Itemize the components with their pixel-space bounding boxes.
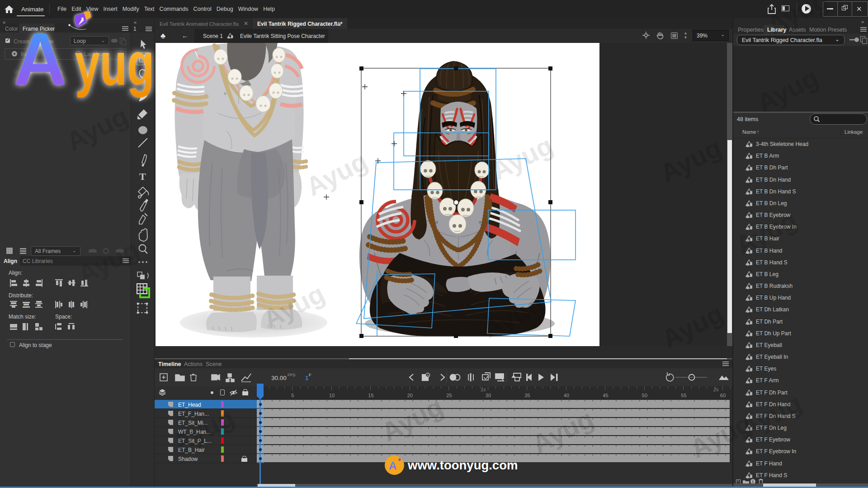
svg-text:A: A bbox=[14, 18, 67, 101]
svg-text:yug: yug bbox=[75, 30, 154, 98]
svg-text:FPS: FPS bbox=[288, 373, 296, 377]
svg-text:A: A bbox=[389, 460, 396, 472]
svg-text:F: F bbox=[309, 373, 311, 377]
svg-text:A: A bbox=[426, 373, 429, 378]
svg-text:1: 1 bbox=[305, 375, 309, 381]
svg-text:T: T bbox=[139, 171, 146, 182]
svg-text:30.00: 30.00 bbox=[271, 375, 287, 381]
